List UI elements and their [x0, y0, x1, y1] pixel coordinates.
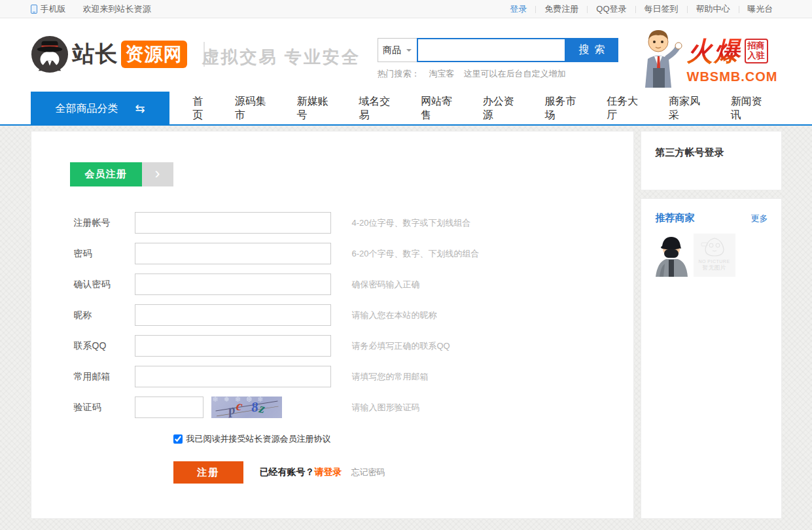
tab-arrow-button[interactable]: [142, 162, 173, 186]
welcome-text: 欢迎来到站长资源: [83, 3, 151, 15]
promo-badge: 招商 入驻: [745, 39, 768, 63]
qq-hint: 请务必填写正确的联系QQ: [352, 340, 450, 352]
agreement-row: 我已阅读并接受站长资源会员注册协议: [173, 433, 633, 445]
form-row-email: 常用邮箱 请填写您的常用邮箱: [70, 366, 633, 387]
confirm-password-hint: 确保密码输入正确: [352, 279, 420, 291]
merchant-promo-banner[interactable]: 火爆 招商 入驻 WBSMB.COM: [635, 27, 775, 90]
search-button[interactable]: 搜索: [566, 38, 618, 62]
nav-item-site-consign[interactable]: 网站寄售: [410, 95, 472, 122]
login-link[interactable]: 登录: [501, 3, 535, 15]
nav-item-home[interactable]: 首页: [181, 95, 223, 122]
please-login-link[interactable]: 请登录: [315, 467, 342, 477]
logo-text-1: 站长: [73, 39, 118, 69]
submit-row: 注册 已经有账号？请登录 忘记密码: [173, 461, 633, 484]
daily-checkin-link[interactable]: 每日签到: [636, 3, 687, 15]
businessman-mascot-icon: [635, 27, 686, 90]
third-party-login-card: 第三方帐号登录: [641, 131, 782, 190]
header: 站长 资源网 虚拟交易 专业安全 商品 搜索 热门搜索： 淘宝客 这里可以在后台…: [0, 18, 812, 92]
main-content: 会员注册 注册帐号 4-20位字母、数字或下划线组合 密码 6-20个字母、数字…: [0, 131, 812, 519]
search-category-select[interactable]: 商品: [378, 38, 417, 62]
merchant-avatar-illustration: [653, 234, 690, 277]
email-input[interactable]: [135, 366, 331, 387]
form-row-confirm-password: 确认密码 确保密码输入正确: [70, 274, 633, 295]
agreement-checkbox[interactable]: [173, 434, 183, 444]
help-center-link[interactable]: 帮助中心: [688, 3, 739, 15]
email-hint: 请填写您的常用邮箱: [352, 371, 429, 383]
captcha-input[interactable]: [135, 397, 203, 418]
all-categories-label: 全部商品分类: [55, 102, 118, 116]
hot-search-keyword[interactable]: 淘宝客: [429, 68, 455, 80]
captcha-label: 验证码: [74, 402, 135, 414]
have-account-text: 已经有账号？请登录: [260, 467, 342, 478]
form-row-account: 注册帐号 4-20位字母、数字或下划线组合: [70, 212, 633, 234]
account-input[interactable]: [135, 212, 331, 234]
confirm-password-input[interactable]: [135, 274, 331, 295]
form-row-captcha: 验证码 p c 8 z 请输入图形验证码: [70, 397, 633, 418]
hot-search-extra: 这里可以在后台自定义增加: [464, 68, 566, 80]
captcha-image[interactable]: p c 8 z: [211, 397, 282, 418]
recommended-merchants-title: 推荐商家: [656, 212, 695, 224]
recommended-merchants-card: 推荐商家 更多: [641, 198, 782, 519]
have-account-label: 已经有账号？: [260, 467, 315, 477]
search-area: 商品 搜索 热门搜索： 淘宝客 这里可以在后台自定义增加: [378, 38, 618, 80]
promo-badge-line1: 招商: [748, 41, 765, 51]
logo-text-2: 资源网: [121, 41, 187, 68]
qq-login-link[interactable]: QQ登录: [588, 3, 635, 15]
search-input[interactable]: [417, 38, 566, 62]
mobile-version-link[interactable]: 手机版: [31, 3, 66, 15]
nav-item-news[interactable]: 新闻资讯: [720, 95, 782, 122]
qq-input[interactable]: [135, 335, 331, 357]
search-category-value: 商品: [383, 44, 401, 56]
exposure-link[interactable]: 曝光台: [739, 3, 782, 15]
detective-logo-icon: [31, 35, 69, 73]
mobile-version-label: 手机版: [41, 3, 66, 15]
slogan-text: 虚拟交易 专业安全: [202, 46, 361, 69]
nickname-label: 昵称: [74, 309, 135, 321]
nickname-input[interactable]: [135, 304, 331, 326]
password-input[interactable]: [135, 243, 331, 264]
chevron-down-icon: [406, 49, 412, 54]
site-logo[interactable]: 站长 资源网: [31, 35, 187, 73]
merchant-avatar[interactable]: [653, 234, 690, 277]
form-row-nickname: 昵称 请输入您在本站的昵称: [70, 304, 633, 326]
more-link[interactable]: 更多: [751, 213, 768, 224]
swap-arrows-icon: [135, 101, 145, 116]
no-picture-text-en: NO PICTURE: [694, 259, 735, 264]
confirm-password-label: 确认密码: [74, 279, 135, 291]
nav-item-domain-trade[interactable]: 域名交易: [347, 95, 410, 122]
no-picture-text-cn: 暂无图片: [694, 264, 735, 272]
nav-item-source-market[interactable]: 源码集市: [224, 95, 286, 122]
merchant-placeholder[interactable]: NO PICTURE 暂无图片: [694, 234, 735, 277]
nav-item-task-hall[interactable]: 任务大厅: [595, 95, 658, 122]
promo-badge-line2: 入驻: [748, 51, 765, 61]
qq-label: 联系QQ: [74, 340, 135, 352]
register-form-panel: 会员注册 注册帐号 4-20位字母、数字或下划线组合 密码 6-20个字母、数字…: [31, 131, 634, 519]
account-label: 注册帐号: [74, 217, 135, 229]
nav-item-office-resources[interactable]: 办公资源: [472, 95, 534, 122]
nav-item-media-accounts[interactable]: 新媒账号: [285, 95, 347, 122]
all-categories-button[interactable]: 全部商品分类: [31, 92, 170, 126]
nav-item-merchant-showcase[interactable]: 商家风采: [658, 95, 720, 122]
phone-icon: [31, 5, 37, 14]
form-row-qq: 联系QQ 请务必填写正确的联系QQ: [70, 335, 633, 357]
third-party-login-title: 第三方帐号登录: [656, 147, 767, 159]
register-button[interactable]: 注册: [173, 461, 243, 484]
promo-headline: 火爆: [687, 33, 742, 69]
tab-member-register[interactable]: 会员注册: [70, 162, 142, 186]
form-row-password: 密码 6-20个字母、数字、下划线的组合: [70, 243, 633, 264]
captcha-char: z: [258, 400, 266, 417]
free-register-link[interactable]: 免费注册: [536, 3, 587, 15]
nav-item-service-market[interactable]: 服务市场: [533, 95, 595, 122]
hot-search-label: 热门搜索：: [378, 68, 420, 80]
sidebar: 第三方帐号登录 推荐商家 更多: [641, 131, 782, 519]
main-nav: 全部商品分类 首页 源码集市 新媒账号 域名交易 网站寄售 办公资源 服务市场 …: [0, 92, 812, 126]
captcha-char: c: [235, 397, 243, 414]
promo-site-url: WBSMB.COM: [687, 69, 778, 84]
agreement-text[interactable]: 我已阅读并接受站长资源会员注册协议: [186, 433, 331, 445]
no-picture-sketch-icon: [700, 236, 729, 258]
nickname-hint: 请输入您在本站的昵称: [352, 309, 437, 321]
password-label: 密码: [74, 248, 135, 260]
forgot-password-link[interactable]: 忘记密码: [351, 467, 385, 478]
topbar: 手机版 欢迎来到站长资源 登录 免费注册 QQ登录 每日签到 帮助中心 曝光台: [0, 0, 812, 18]
password-hint: 6-20个字母、数字、下划线的组合: [352, 248, 480, 260]
